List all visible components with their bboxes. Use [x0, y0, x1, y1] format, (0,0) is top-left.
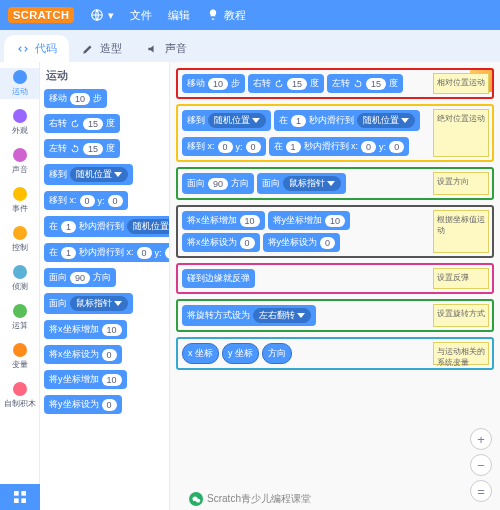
rotate-ccw-icon — [353, 79, 363, 89]
rotate-ccw-icon — [70, 144, 80, 154]
editor-tabs: 代码 造型 声音 — [0, 30, 500, 62]
category-events[interactable]: 事件 — [0, 185, 39, 216]
ws-block-turnl[interactable]: 左转15度 — [327, 74, 403, 93]
file-menu[interactable]: 文件 — [122, 0, 160, 30]
scratch-logo: SCRATCH — [8, 7, 74, 23]
add-extension-button[interactable] — [0, 484, 40, 510]
block-turn-right[interactable]: 右转15度 — [44, 114, 120, 133]
ws-block-move[interactable]: 移动10步 — [182, 74, 245, 93]
ws-block-sety[interactable]: 将y坐标设为0 — [263, 233, 341, 252]
block-glide-menu[interactable]: 在1秒内滑行到随机位置 — [44, 216, 170, 237]
category-myblocks[interactable]: 自制积木 — [0, 380, 39, 411]
main-area: 运动 外观 声音 事件 控制 侦测 运算 变量 自制积木 运动 移动10步 右转… — [0, 62, 500, 510]
comment[interactable]: 绝对位置运动 — [433, 109, 489, 157]
block-turn-left[interactable]: 左转15度 — [44, 139, 120, 158]
wechat-icon — [189, 492, 203, 506]
zoom-in-button[interactable]: + — [470, 428, 492, 450]
block-set-x[interactable]: 将x坐标设为0 — [44, 345, 122, 364]
group-direction: 面向90方向 面向鼠标指针 设置方向 — [176, 167, 494, 200]
group-coord-motion: 将x坐标增加10 将y坐标增加10 将x坐标设为0 将y坐标设为0 根据坐标值运… — [176, 205, 494, 258]
ws-block-glidexy[interactable]: 在1秒内滑行到 x:0y:0 — [269, 137, 410, 156]
svg-rect-3 — [14, 498, 19, 503]
comment[interactable]: 根据坐标值运动 — [433, 210, 489, 253]
ws-reporter-xpos[interactable]: x 坐标 — [182, 343, 219, 364]
svg-rect-4 — [21, 498, 26, 503]
tab-costumes[interactable]: 造型 — [69, 35, 134, 62]
tutorials-menu[interactable]: 教程 — [198, 0, 254, 30]
globe-icon — [90, 8, 104, 22]
svg-rect-1 — [14, 491, 19, 496]
chevron-down-icon: ▾ — [108, 9, 114, 22]
svg-rect-2 — [21, 491, 26, 496]
tab-sounds[interactable]: 声音 — [134, 35, 199, 62]
group-variables: x 坐标 y 坐标 方向 与运动相关的系统变量 — [176, 337, 494, 370]
ws-block-pointto[interactable]: 面向鼠标指针 — [257, 173, 346, 194]
ws-block-setx[interactable]: 将x坐标设为0 — [182, 233, 260, 252]
ws-block-gotoxy[interactable]: 移到 x:0y:0 — [182, 137, 266, 156]
ws-block-changex[interactable]: 将x坐标增加10 — [182, 211, 265, 230]
ws-reporter-dir[interactable]: 方向 — [262, 343, 292, 364]
ws-block-pointdir[interactable]: 面向90方向 — [182, 173, 254, 194]
ws-block-rotstyle[interactable]: 将旋转方式设为左右翻转 — [182, 305, 316, 326]
ws-reporter-ypos[interactable]: y 坐标 — [222, 343, 259, 364]
ws-block-glide-rand[interactable]: 在1秒内滑行到随机位置 — [274, 110, 420, 131]
rotate-cw-icon — [70, 119, 80, 129]
zoom-out-button[interactable]: − — [470, 454, 492, 476]
ws-block-goto[interactable]: 移到随机位置 — [182, 110, 271, 131]
extension-icon — [12, 489, 28, 505]
category-control[interactable]: 控制 — [0, 224, 39, 255]
chevron-down-icon — [114, 172, 122, 177]
tab-code[interactable]: 代码 — [4, 35, 69, 62]
zoom-controls: + − = — [470, 428, 492, 502]
block-set-y[interactable]: 将y坐标设为0 — [44, 395, 122, 414]
sound-icon — [146, 42, 160, 56]
block-glidexy[interactable]: 在1秒内滑行到 x:0y:0 — [44, 243, 170, 262]
category-operators[interactable]: 运算 — [0, 302, 39, 333]
ws-block-bounce[interactable]: 碰到边缘就反弹 — [182, 269, 255, 288]
comment[interactable]: 设置旋转方式 — [433, 304, 489, 327]
category-variables[interactable]: 变量 — [0, 341, 39, 372]
block-goto-menu[interactable]: 移到随机位置 — [44, 164, 133, 185]
comment[interactable]: 与运动相关的系统变量 — [433, 342, 489, 365]
group-bounce: 碰到边缘就反弹 设置反弹 — [176, 263, 494, 294]
language-menu[interactable]: ▾ — [82, 0, 122, 30]
comment[interactable]: 设置方向 — [433, 172, 489, 195]
comment[interactable]: 相对位置运动 — [433, 73, 489, 94]
group-relative-motion: 移动10步 右转15度 左转15度 相对位置运动 — [176, 68, 494, 99]
comment[interactable]: 设置反弹 — [433, 268, 489, 289]
palette-title: 运动 — [44, 68, 165, 83]
menubar: SCRATCH ▾ 文件 编辑 教程 — [0, 0, 500, 30]
block-change-y[interactable]: 将y坐标增加10 — [44, 370, 127, 389]
zoom-reset-button[interactable]: = — [470, 480, 492, 502]
script-workspace[interactable]: 移动10步 右转15度 左转15度 相对位置运动 移到随机位置 在1秒内滑行到随… — [170, 62, 500, 510]
category-sound[interactable]: 声音 — [0, 146, 39, 177]
brush-icon — [81, 42, 95, 56]
category-looks[interactable]: 外观 — [0, 107, 39, 138]
group-absolute-motion: 移到随机位置 在1秒内滑行到随机位置 移到 x:0y:0 在1秒内滑行到 x:0… — [176, 104, 494, 162]
category-column: 运动 外观 声音 事件 控制 侦测 运算 变量 自制积木 — [0, 62, 40, 510]
rotate-cw-icon — [274, 79, 284, 89]
block-change-x[interactable]: 将x坐标增加10 — [44, 320, 127, 339]
edit-menu[interactable]: 编辑 — [160, 0, 198, 30]
block-palette: 运动 移动10步 右转15度 左转15度 移到随机位置 移到 x:0y:0 在1… — [40, 62, 170, 510]
block-point-dir[interactable]: 面向90方向 — [44, 268, 116, 287]
code-icon — [16, 42, 30, 56]
ws-block-changey[interactable]: 将y坐标增加10 — [268, 211, 351, 230]
watermark: Scratch青少儿编程课堂 — [189, 492, 311, 506]
block-gotoxy[interactable]: 移到 x:0y:0 — [44, 191, 128, 210]
group-rotstyle: 将旋转方式设为左右翻转 设置旋转方式 — [176, 299, 494, 332]
category-sensing[interactable]: 侦测 — [0, 263, 39, 294]
category-motion[interactable]: 运动 — [0, 68, 39, 99]
block-move-steps[interactable]: 移动10步 — [44, 89, 107, 108]
ws-block-turnr[interactable]: 右转15度 — [248, 74, 324, 93]
lightbulb-icon — [206, 8, 220, 22]
block-point-towards[interactable]: 面向鼠标指针 — [44, 293, 133, 314]
